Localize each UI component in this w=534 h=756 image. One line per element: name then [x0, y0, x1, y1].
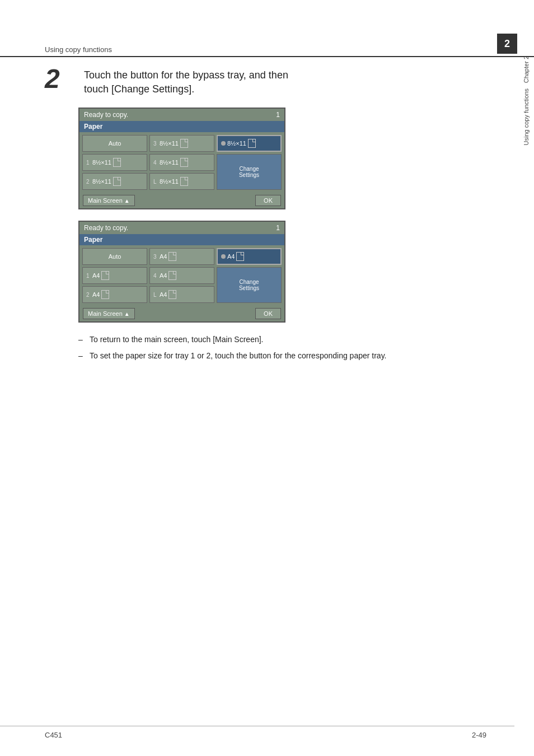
right-sidebar: Chapter 2 Using copy functions [518, 56, 534, 392]
footer-right: 2-49 [472, 731, 486, 739]
step-number: 2 [45, 66, 78, 92]
main-screen-btn-1[interactable]: Main Screen ▲ [83, 195, 135, 206]
paper-icon [180, 177, 188, 186]
paper-icon [168, 271, 176, 280]
tray2-cell-2[interactable]: 2 A4 [82, 286, 147, 303]
tray3-cell-1[interactable]: 3 8½×11 [149, 135, 214, 152]
step-description: Touch the button for the bypass tray, an… [84, 68, 288, 96]
bypass-cell-1[interactable]: 8½×11 [217, 135, 282, 152]
paper-grid-1: Auto 3 8½×11 8½×11 1 8½×11 [79, 132, 284, 193]
status-text-2: Ready to copy. [84, 224, 128, 232]
tray1-cell-1[interactable]: 1 8½×11 [82, 154, 147, 171]
auto-cell-2[interactable]: Auto [82, 248, 147, 265]
sidebar-chapter-label: Chapter 2 [523, 56, 530, 83]
paper-icon [113, 177, 121, 186]
paper-icon [101, 271, 109, 280]
paper-icon [180, 139, 188, 148]
main-content: 2 Touch the button for the bypass tray, … [0, 57, 514, 377]
paper-grid-2: Auto 3 A4 A4 1 A4 [79, 245, 284, 306]
auto-cell-1[interactable]: Auto [82, 135, 147, 152]
step-2: 2 Touch the button for the bypass tray, … [45, 68, 486, 96]
tray2-cell-1[interactable]: 2 8½×11 [82, 173, 147, 190]
copy-count-2: 1 [276, 224, 280, 232]
bullet-item-1: – To return to the main screen, touch [M… [78, 334, 475, 346]
dot-icon [221, 254, 226, 259]
change-settings-btn-1[interactable]: ChangeSettings [217, 154, 282, 190]
bottom-bar-2: Main Screen ▲ OK [79, 306, 284, 321]
tray4-cell-2[interactable]: 4 A4 [149, 267, 214, 284]
change-settings-btn-2[interactable]: ChangeSettings [217, 267, 282, 303]
paper-header-1: Paper [79, 121, 284, 132]
status-text-1: Ready to copy. [84, 111, 128, 119]
paper-icon [168, 252, 176, 261]
status-bar-2: Ready to copy. 1 [79, 222, 284, 234]
sidebar-section-label: Using copy functions [523, 88, 530, 146]
status-bar-1: Ready to copy. 1 [79, 109, 284, 121]
bottom-bar-1: Main Screen ▲ OK [79, 193, 284, 208]
page: Using copy functions 2 Chapter 2 Using c… [0, 0, 534, 756]
paper-icon-highlighted [248, 139, 256, 148]
ok-btn-2[interactable]: OK [255, 308, 281, 319]
tray1-cell-2[interactable]: 1 A4 [82, 267, 147, 284]
paper-header-2: Paper [79, 234, 284, 245]
paper-icon-highlighted [236, 252, 244, 261]
trayL-cell-2[interactable]: L A4 [149, 286, 214, 303]
tray4-cell-1[interactable]: 4 8½×11 [149, 154, 214, 171]
chapter-number: 2 [497, 34, 517, 54]
bullet-list: – To return to the main screen, touch [M… [78, 334, 475, 362]
tray3-cell-2[interactable]: 3 A4 [149, 248, 214, 265]
section-label: Using copy functions [45, 45, 112, 54]
dot-icon [221, 141, 226, 146]
main-screen-btn-2[interactable]: Main Screen ▲ [83, 308, 135, 319]
page-footer: C451 2-49 [0, 726, 514, 739]
bypass-cell-2[interactable]: A4 [217, 248, 282, 265]
screen-panel-1: Ready to copy. 1 Paper Auto 3 8½×11 8½×1… [78, 108, 285, 209]
page-header: Using copy functions 2 [0, 0, 534, 57]
ok-btn-1[interactable]: OK [255, 195, 281, 206]
screen-panel-2: Ready to copy. 1 Paper Auto 3 A4 A4 [78, 221, 285, 323]
footer-left: C451 [45, 731, 62, 739]
paper-icon [101, 290, 109, 299]
paper-icon [113, 158, 121, 167]
paper-icon [180, 158, 188, 167]
copy-count-1: 1 [276, 111, 280, 119]
paper-icon [168, 290, 176, 299]
bullet-item-2: – To set the paper size for tray 1 or 2,… [78, 350, 475, 362]
trayL-cell-1[interactable]: L 8½×11 [149, 173, 214, 190]
